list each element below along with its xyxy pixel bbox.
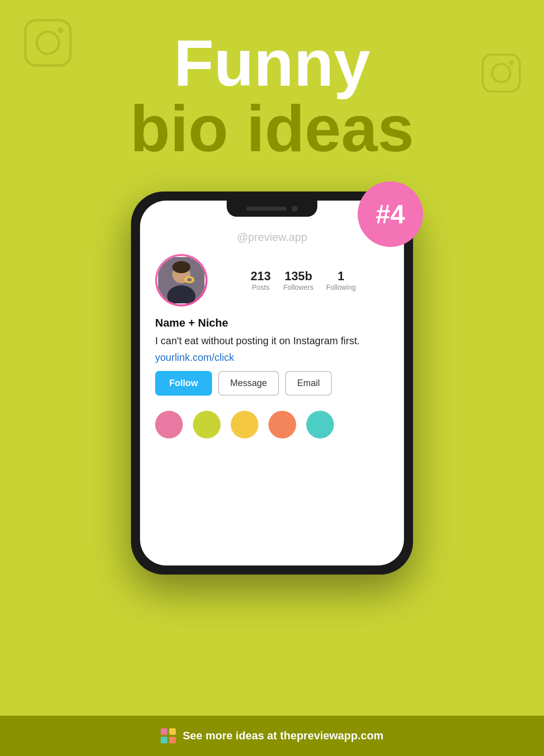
footer-logo-icon (161, 728, 176, 743)
bio-section: Name + Niche I can't eat without posting… (155, 317, 389, 363)
svg-point-5 (509, 60, 514, 66)
bio-link[interactable]: yourlink.com/click (155, 352, 234, 363)
svg-point-2 (57, 27, 63, 33)
svg-point-4 (492, 64, 510, 82)
title-funny: Funny (0, 30, 544, 96)
svg-rect-15 (169, 737, 176, 743)
stat-posts: 213 Posts (250, 269, 270, 291)
svg-rect-13 (169, 728, 176, 735)
svg-point-1 (37, 32, 59, 54)
svg-rect-12 (161, 728, 167, 735)
badge-label: #4 (376, 199, 405, 229)
svg-rect-0 (25, 20, 71, 66)
number-badge: #4 (358, 181, 423, 247)
bio-text: I can't eat without posting it on Instag… (155, 334, 389, 348)
email-button[interactable]: Email (285, 371, 332, 396)
stat-posts-number: 213 (250, 269, 270, 283)
phone-frame: @preview.app (131, 192, 413, 575)
avatar-wrapper (155, 254, 208, 306)
instagram-icon-topright (479, 50, 524, 98)
title-bio-ideas: bio ideas (0, 96, 544, 161)
stat-following-label: Following (326, 283, 356, 291)
stat-following: 1 Following (326, 269, 356, 291)
stat-posts-label: Posts (250, 283, 270, 291)
stat-followers-number: 135b (284, 269, 314, 283)
follow-button[interactable]: Follow (155, 371, 212, 396)
svg-point-8 (172, 261, 190, 273)
color-dot-yellow-green (193, 411, 221, 438)
header: Funny bio ideas (0, 0, 544, 161)
footer: See more ideas at thepreviewapp.com (0, 716, 544, 756)
footer-link: thepreviewapp.com (280, 729, 383, 742)
color-dot-yellow (231, 411, 258, 438)
notch-bar (246, 207, 287, 211)
notch-camera (292, 206, 298, 212)
footer-text: See more ideas at thepreviewapp.com (183, 729, 384, 742)
avatar-image (158, 257, 205, 303)
phone-screen: @preview.app (140, 201, 404, 565)
color-dot-pink (155, 411, 183, 438)
svg-rect-3 (483, 54, 520, 92)
color-dot-orange (268, 411, 296, 438)
message-button[interactable]: Message (218, 371, 279, 396)
phone-mockup: #4 @preview.app (131, 192, 413, 575)
avatar-inner (157, 256, 206, 304)
color-dot-teal (306, 411, 334, 438)
phone-notch (227, 201, 317, 217)
instagram-icon-topleft (20, 15, 76, 73)
profile-row: 213 Posts 135b Followers 1 Following (155, 254, 389, 306)
background: Funny bio ideas #4 @preview.app (0, 0, 544, 756)
stat-followers-label: Followers (284, 283, 314, 291)
stat-followers: 135b Followers (284, 269, 314, 291)
screen-content: @preview.app (140, 201, 404, 565)
footer-text-prefix: See more ideas at (183, 729, 280, 742)
action-buttons: Follow Message Email (155, 371, 389, 396)
stat-following-number: 1 (326, 269, 356, 283)
bio-name: Name + Niche (155, 317, 389, 330)
color-dots-row (155, 406, 389, 444)
svg-rect-14 (161, 737, 167, 743)
stats-row: 213 Posts 135b Followers 1 Following (218, 269, 389, 291)
profile-username: @preview.app (155, 231, 389, 244)
svg-point-11 (187, 278, 192, 282)
